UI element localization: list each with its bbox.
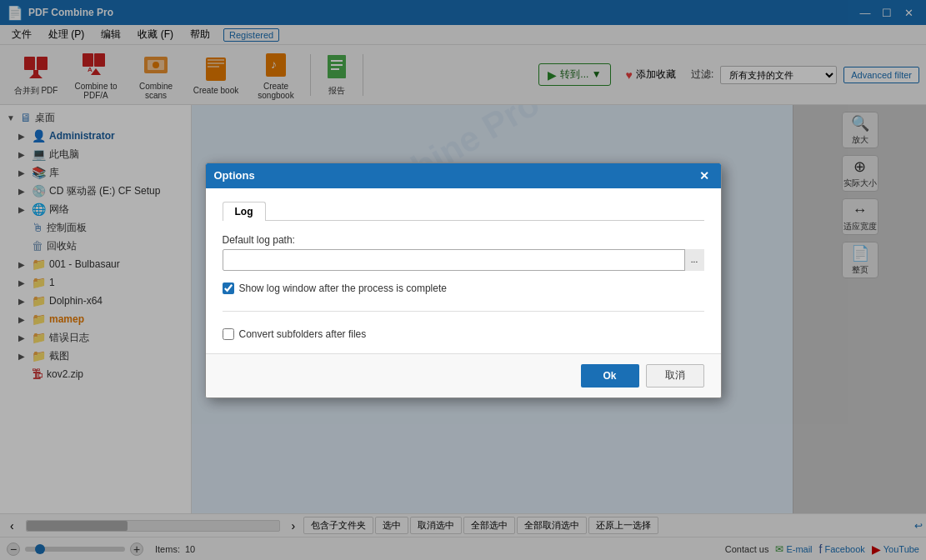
convert-subfolders-label: Convert subfolders after files bbox=[239, 328, 367, 340]
tab-log[interactable]: Log bbox=[223, 202, 266, 221]
show-log-checkbox[interactable] bbox=[223, 282, 234, 294]
show-log-label: Show log window after the process is com… bbox=[239, 282, 447, 294]
modal-tabs: Log bbox=[223, 202, 704, 221]
cancel-button[interactable]: 取消 bbox=[646, 364, 704, 388]
modal-divider bbox=[223, 311, 704, 312]
log-path-label: Default log path: bbox=[223, 234, 704, 246]
log-path-input[interactable] bbox=[223, 249, 704, 271]
ok-button[interactable]: Ok bbox=[581, 364, 639, 388]
options-dialog: Options ✕ Log Default log path: ... Show… bbox=[205, 162, 722, 398]
modal-body: Log Default log path: ... Show log windo… bbox=[206, 188, 721, 353]
modal-title: Options bbox=[214, 169, 696, 182]
log-path-browse-button[interactable]: ... bbox=[684, 249, 704, 271]
convert-subfolders-checkbox[interactable] bbox=[223, 328, 234, 340]
log-path-wrapper: ... bbox=[223, 249, 704, 271]
convert-subfolders-row: Convert subfolders after files bbox=[223, 328, 704, 340]
modal-titlebar: Options ✕ bbox=[206, 163, 721, 188]
modal-overlay: Options ✕ Log Default log path: ... Show… bbox=[0, 0, 926, 560]
show-log-row: Show log window after the process is com… bbox=[223, 282, 704, 294]
modal-close-button[interactable]: ✕ bbox=[696, 168, 713, 184]
modal-footer: Ok 取消 bbox=[206, 353, 721, 398]
